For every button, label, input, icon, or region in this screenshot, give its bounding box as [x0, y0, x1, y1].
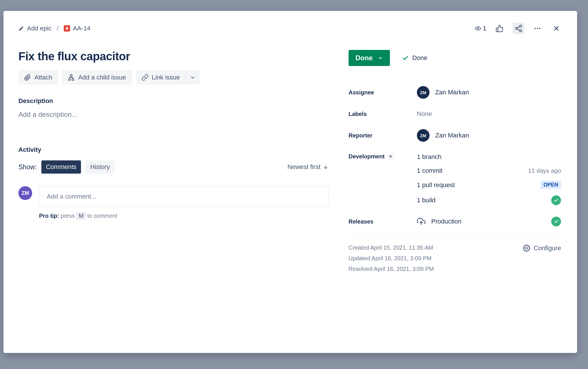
configure-label: Configure [534, 244, 561, 252]
watch-button[interactable]: 1 [475, 23, 486, 34]
cloud-upload-icon [417, 217, 425, 226]
modal-header: Add epic / AA-14 1 [18, 21, 562, 36]
watch-count: 1 [483, 25, 486, 32]
tab-history[interactable]: History [86, 160, 114, 174]
assignee-name: Zan Markan [435, 89, 469, 96]
pr-status-badge: OPEN [541, 181, 561, 189]
pencil-icon [18, 26, 24, 31]
svg-line-5 [517, 27, 520, 28]
dev-commit-time: 11 days ago [528, 167, 561, 174]
close-button[interactable] [551, 23, 562, 34]
issue-type-icon [64, 25, 70, 32]
arrow-down-icon [323, 164, 328, 170]
dev-pr-link[interactable]: 1 pull request OPEN [417, 181, 561, 189]
link-issue-button[interactable]: Link issue [136, 70, 186, 85]
vote-button[interactable] [494, 23, 505, 34]
svg-point-1 [520, 25, 522, 27]
header-actions: 1 [475, 23, 562, 34]
svg-rect-13 [72, 79, 74, 80]
keycap-m: M [76, 212, 86, 220]
release-name: Production [431, 218, 461, 225]
svg-point-2 [516, 28, 518, 30]
svg-point-15 [525, 247, 527, 249]
description-label: Description [18, 97, 328, 105]
description-input[interactable]: Add a description... [18, 110, 328, 119]
resolution-label: Done [412, 54, 428, 62]
svg-line-4 [517, 29, 520, 30]
dev-build-text: 1 build [417, 197, 436, 204]
configure-button[interactable]: Configure [523, 244, 561, 252]
more-actions-button[interactable] [532, 23, 543, 34]
reporter-avatar: ZM [417, 129, 430, 142]
reporter-name: Zan Markan [435, 132, 469, 139]
svg-point-3 [520, 30, 522, 32]
field-releases[interactable]: Releases Production [349, 211, 561, 232]
more-icon [533, 24, 541, 32]
created-line: Created April 15, 2021, 11:35 AM [349, 244, 434, 251]
attach-label: Attach [34, 74, 52, 81]
breadcrumb-separator: / [57, 25, 59, 32]
resolution-indicator: Done [402, 54, 428, 62]
add-development-button[interactable]: + [388, 154, 394, 160]
dev-branch-text: 1 branch [417, 153, 442, 161]
issue-modal: Add epic / AA-14 1 [3, 11, 577, 353]
link-issue-label: Link issue [152, 74, 180, 81]
field-assignee[interactable]: Assignee ZM Zan Markan [349, 80, 561, 104]
add-epic-label: Add epic [27, 25, 52, 32]
issue-title[interactable]: Fix the flux capacitor [18, 50, 328, 63]
development-label-wrap: Development + [349, 153, 417, 160]
sort-button[interactable]: Newest first [287, 163, 328, 171]
divider [349, 237, 561, 238]
link-issue-group: Link issue [136, 70, 200, 85]
comment-composer: ZM Add a comment... [18, 186, 328, 207]
releases-label: Releases [349, 218, 417, 225]
gear-icon [523, 244, 530, 252]
field-labels[interactable]: Labels None [349, 104, 561, 123]
user-avatar: ZM [18, 186, 32, 200]
meta-row: Created April 15, 2021, 11:35 AM Updated… [349, 244, 561, 272]
add-child-button[interactable]: Add a child issue [62, 70, 131, 85]
activity-label: Activity [18, 146, 328, 154]
svg-rect-12 [69, 79, 70, 80]
dev-commit-link[interactable]: 1 commit 11 days ago [417, 167, 561, 174]
meta-timestamps: Created April 15, 2021, 11:35 AM Updated… [349, 244, 434, 272]
dev-build-link[interactable]: 1 build [417, 195, 561, 205]
eye-icon [475, 24, 481, 33]
dev-commit-text: 1 commit [417, 167, 442, 174]
status-button[interactable]: Done [349, 50, 390, 66]
protip-bold: Pro tip: [39, 213, 59, 219]
share-icon [514, 24, 523, 32]
release-success-icon [551, 217, 561, 226]
comment-input[interactable]: Add a comment... [39, 186, 328, 207]
field-reporter[interactable]: Reporter ZM Zan Markan [349, 123, 561, 147]
issue-key-link[interactable]: AA-14 [64, 25, 90, 32]
svg-point-0 [477, 28, 479, 29]
close-icon [552, 24, 560, 32]
child-issue-icon [68, 74, 75, 81]
modal-body: Fix the flux capacitor Attach Add a chil… [18, 50, 562, 341]
link-issue-menu-button[interactable] [186, 70, 200, 85]
assignee-label: Assignee [349, 89, 417, 96]
labels-label: Labels [349, 111, 417, 117]
attach-button[interactable]: Attach [18, 70, 58, 85]
dev-branch-link[interactable]: 1 branch [417, 153, 561, 161]
chevron-down-icon [190, 75, 196, 80]
activity-controls: Show: Comments History Newest first [18, 160, 328, 174]
right-panel: Done Done Assignee ZM Zan Markan Labels … [349, 50, 561, 341]
chevron-down-icon [378, 55, 383, 61]
status-row: Done Done [349, 50, 561, 66]
build-success-icon [551, 195, 561, 205]
updated-line: Updated April 16, 2021, 3:09 PM [349, 255, 434, 262]
tab-comments[interactable]: Comments [41, 160, 81, 174]
assignee-avatar: ZM [417, 86, 430, 99]
dev-pr-text: 1 pull request [417, 181, 455, 189]
share-button[interactable] [513, 23, 524, 34]
svg-point-6 [535, 28, 536, 29]
add-epic-button[interactable]: Add epic [18, 25, 52, 32]
development-label: Development [349, 153, 385, 160]
check-icon [402, 55, 409, 61]
comment-protip: Pro tip: press M to comment [39, 212, 328, 220]
action-row: Attach Add a child issue Link issue [18, 70, 328, 85]
resolved-line: Resolved April 16, 2021, 3:09 PM [349, 266, 434, 272]
left-panel: Fix the flux capacitor Attach Add a chil… [18, 50, 328, 341]
